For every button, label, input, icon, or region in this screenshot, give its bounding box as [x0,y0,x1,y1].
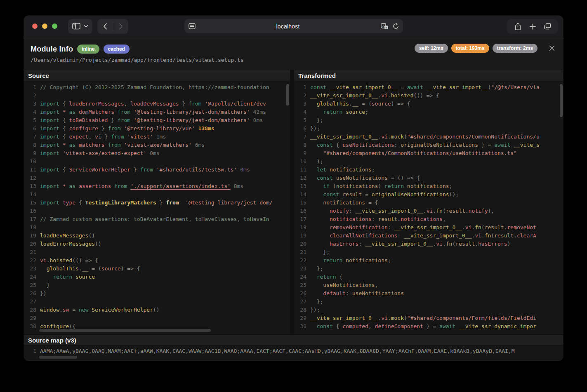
page-title: Module Info [31,45,73,54]
code-line: 12 [24,174,290,182]
module-link[interactable]: './support/assertions/index.ts' [130,183,231,189]
line-number: 3 [24,100,36,108]
code-text: useNotifications, [310,281,378,289]
code-text: import * as matchers from 'vitest-axe/ma… [40,141,205,149]
code-line: 18 removeNotification: __vite_ssr_import… [294,223,563,232]
code-text: ); [310,157,323,166]
code-line: 24 return source [24,273,290,281]
sourcemap-code[interactable]: 1AAMA;AAeA,yBAAG,QAAQ,MAAM;AACf,aAAW,KAA… [24,346,563,360]
code-line: 26}) [24,289,290,298]
code-text: import { loadErrorMessages, loadDevMessa… [40,100,266,108]
browser-toolbar: localhost A a [24,16,563,37]
line-number: 2 [24,92,36,100]
page-format-icon[interactable] [189,23,196,29]
code-line: 4import * as domMatchers from '@testing-… [24,108,290,116]
timing-badge-self: self: 12ms [415,44,448,53]
code-line: 7__vite_ssr_import_0__.vi.mock("#shared/… [294,133,563,141]
line-number: 7 [294,133,306,141]
line-number: 23 [24,265,36,273]
code-text: removeNotification: __vite_ssr_import_0_… [310,223,536,232]
transformed-vertical-scrollbar[interactable] [560,84,563,117]
line-number: 24 [294,273,306,281]
code-text: }); [310,124,320,133]
timing-badge-transform: transform: 2ms [493,44,537,53]
code-line: 29 [24,314,290,322]
line-number: 26 [24,289,36,298]
code-line: 25 } [24,281,290,289]
line-number: 4 [294,108,306,116]
code-line: 2 [24,92,290,100]
line-number: 19 [24,232,36,240]
minimize-window-button[interactable] [42,23,47,29]
code-text: }; [310,116,323,124]
code-line: 16 notify: __vite_ssr_import_0__.vi.fn(r… [294,207,563,215]
source-vertical-scrollbar[interactable] [286,84,289,106]
source-horizontal-scrollbar[interactable] [39,329,211,332]
code-line: 21 }; [294,248,563,256]
line-number: 7 [24,133,36,141]
code-text: return source; [310,108,368,116]
code-line: 26 default: useNotifications [294,289,563,298]
code-text: const { useNotifications: originalUseNot… [310,141,540,149]
new-tab-icon[interactable] [527,19,538,34]
close-window-button[interactable] [32,23,38,29]
svg-text:a: a [385,26,387,29]
line-number: 10 [24,157,36,166]
line-number: 28 [294,306,306,314]
line-number: 12 [24,174,36,182]
code-text: notify: __vite_ssr_import_0__.vi.fn(resu… [310,207,494,215]
code-text: window.sw = new ServiceWorkerHelper() [40,306,160,314]
zoom-window-button[interactable] [52,23,57,29]
line-number: 20 [24,240,36,248]
line-number: 18 [294,223,306,232]
module-info-header: Module Info inline cached self: 12ms tot… [24,37,563,70]
code-panels: Source 1// Copyright (C) 2012-2025 Zamma… [24,70,563,334]
line-number: 21 [24,248,36,256]
sidebar-icon[interactable] [72,23,80,30]
line-number: 1 [24,347,36,355]
line-number: 16 [24,207,36,215]
code-text: const useNotifications = () => { [310,174,420,182]
code-text: }; [310,265,323,273]
code-line: 4 return source; [294,108,563,116]
transformed-code[interactable]: 1const __vite_ssr_import_0__ = await __v… [294,81,563,334]
line-number: 5 [24,116,36,124]
code-line: 30 const { computed, defineComponent } =… [294,322,563,331]
traffic-lights [32,23,57,29]
code-line: 13import * as assertions from './support… [24,182,290,190]
code-line: 13 if (notifications) return notificatio… [294,182,563,190]
code-line: 11 let notifications; [294,166,563,174]
source-code[interactable]: 1// Copyright (C) 2012-2025 Zammad Found… [24,81,290,334]
close-panel-button[interactable] [547,44,556,53]
code-line: 11import { ServiceWorkerHelper } from '#… [24,166,290,174]
url-text[interactable]: localhost [196,23,381,30]
code-text: vi.hoisted(() => { [40,256,98,265]
code-line: 1AAMA;AAeA,yBAAG,QAAQ,MAAM;AACf,aAAW,KAA… [24,347,563,355]
line-number: 14 [294,190,306,199]
translate-icon[interactable]: A a [381,23,389,30]
nav-buttons [97,19,128,34]
tab-overview-icon[interactable] [542,19,553,34]
line-number: 28 [24,306,36,314]
line-number: 30 [294,322,306,331]
chevron-down-icon[interactable] [84,25,88,28]
back-button[interactable] [97,19,113,34]
share-icon[interactable] [512,19,523,34]
code-text: const __vite_ssr_import_0__ = await __vi… [310,83,540,92]
code-line: 22vi.hoisted(() => { [24,256,290,265]
code-line: 6}); [294,124,563,133]
forward-button[interactable] [113,19,128,34]
code-text: __vite_ssr_import_0__.vi.mock("#shared/c… [310,314,536,322]
address-bar[interactable]: localhost A a [184,19,403,33]
timing-badge-total: total: 193ms [451,44,489,53]
code-line: 10 ); [294,157,563,166]
code-line: 27 [24,298,290,306]
sourcemap-horizontal-scrollbar[interactable] [39,356,77,359]
sidebar-toggle-group[interactable] [68,19,92,34]
code-line: 29__vite_ssr_import_0__.vi.mock("#shared… [294,314,563,322]
code-line: 9 "#shared/components/CommonNotification… [294,149,563,157]
code-text: let notifications; [310,166,375,174]
line-number: 14 [24,190,36,199]
reload-icon[interactable] [393,23,399,30]
line-number: 13 [24,182,36,190]
